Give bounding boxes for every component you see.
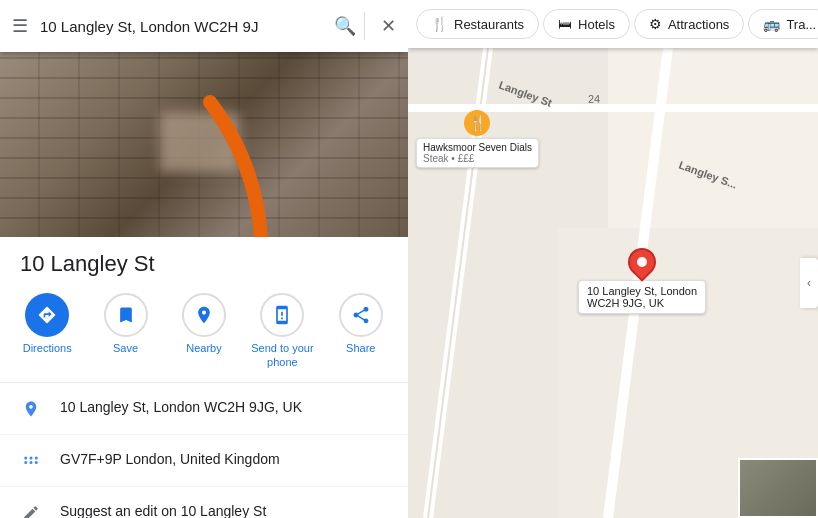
menu-icon[interactable]: ☰ (12, 15, 28, 37)
search-divider (364, 12, 365, 40)
plus-code-text: GV7F+9P London, United Kingdom (60, 449, 280, 470)
nearby-label: Nearby (186, 341, 221, 355)
close-icon[interactable]: ✕ (381, 15, 396, 37)
directions-icon-circle (25, 293, 69, 337)
address-pin-icon (20, 398, 42, 420)
hotels-label: Hotels (578, 17, 615, 32)
category-bar: 🍴 Restaurants 🛏 Hotels ⚙ Attractions 🚌 T… (408, 0, 818, 48)
restaurant-marker-label: Hawksmoor Seven Dials Steak • £££ (416, 138, 539, 168)
transit-label: Tra... (786, 17, 816, 32)
nearby-button[interactable]: Nearby (168, 293, 240, 370)
attractions-label: Attractions (668, 17, 729, 32)
svg-point-6 (35, 461, 38, 464)
marker-line1: 10 Langley St, London (587, 285, 697, 297)
restaurant-marker-icon: 🍴 (464, 110, 490, 136)
directions-button[interactable]: Directions (11, 293, 83, 370)
left-panel: ☰ 🔍 ✕ 10 Langley St (0, 0, 408, 518)
nearby-icon-circle (182, 293, 226, 337)
svg-point-1 (24, 456, 27, 459)
place-name-bar: 10 Langley St (0, 237, 408, 281)
share-button[interactable]: Share (325, 293, 397, 370)
edit-icon (20, 502, 42, 518)
send-to-phone-button[interactable]: Send to your phone (246, 293, 318, 370)
save-label: Save (113, 341, 138, 355)
restaurants-label: Restaurants (454, 17, 524, 32)
search-bar: ☰ 🔍 ✕ (0, 0, 408, 52)
marker-pin-inner (635, 255, 649, 269)
marker-label: 10 Langley St, London WC2H 9JG, UK (578, 280, 706, 314)
attractions-pill[interactable]: ⚙ Attractions (634, 9, 744, 39)
plus-code-row: GV7F+9P London, United Kingdom (0, 435, 408, 487)
svg-point-3 (30, 456, 33, 459)
hotels-pill[interactable]: 🛏 Hotels (543, 9, 630, 39)
suggest-edit-text: Suggest an edit on 10 Langley St (60, 501, 266, 518)
svg-rect-9 (608, 48, 818, 228)
suggest-edit-row[interactable]: Suggest an edit on 10 Langley St (0, 487, 408, 518)
send-label: Send to your phone (246, 341, 318, 370)
address-text: 10 Langley St, London WC2H 9JG, UK (60, 397, 302, 418)
share-icon-circle (339, 293, 383, 337)
collapse-panel-button[interactable]: ‹ (800, 258, 818, 308)
plus-code-icon (20, 450, 42, 472)
share-label: Share (346, 341, 375, 355)
transit-pill[interactable]: 🚌 Tra... (748, 9, 818, 39)
svg-text:24: 24 (588, 93, 600, 105)
attractions-icon: ⚙ (649, 16, 662, 32)
action-buttons: Directions Save Nearby (0, 281, 408, 382)
restaurant-marker[interactable]: 🍴 Hawksmoor Seven Dials Steak • £££ (416, 110, 539, 168)
search-icon[interactable]: 🔍 (334, 15, 356, 37)
map-area[interactable]: 🍴 Restaurants 🛏 Hotels ⚙ Attractions 🚌 T… (408, 0, 818, 518)
save-icon-circle (104, 293, 148, 337)
arrow-overlay (150, 82, 350, 237)
restaurants-pill[interactable]: 🍴 Restaurants (416, 9, 539, 39)
street-view-image[interactable] (0, 52, 408, 237)
info-rows: 10 Langley St, London WC2H 9JG, UK GV7F+… (0, 383, 408, 518)
marker-line2: WC2H 9JG, UK (587, 297, 697, 309)
street-view-thumbnail[interactable] (738, 458, 818, 518)
restaurant-name: Hawksmoor Seven Dials (423, 142, 532, 153)
hotel-icon: 🛏 (558, 16, 572, 32)
search-input[interactable] (40, 18, 326, 35)
restaurant-icon: 🍴 (431, 16, 448, 32)
address-row: 10 Langley St, London WC2H 9JG, UK (0, 383, 408, 435)
place-name: 10 Langley St (20, 251, 155, 276)
marker-pin-container (628, 248, 656, 276)
map-background[interactable]: Langley St Langley S... 24 🍴 Hawksmoor S… (408, 48, 818, 518)
svg-point-5 (35, 456, 38, 459)
marker-pin (622, 242, 662, 282)
directions-label: Directions (23, 341, 72, 355)
svg-point-4 (30, 461, 33, 464)
send-icon-circle (260, 293, 304, 337)
transit-icon: 🚌 (763, 16, 780, 32)
restaurant-meta: Steak • £££ (423, 153, 532, 164)
save-button[interactable]: Save (90, 293, 162, 370)
map-marker[interactable]: 10 Langley St, London WC2H 9JG, UK (578, 248, 706, 314)
svg-point-2 (24, 461, 27, 464)
